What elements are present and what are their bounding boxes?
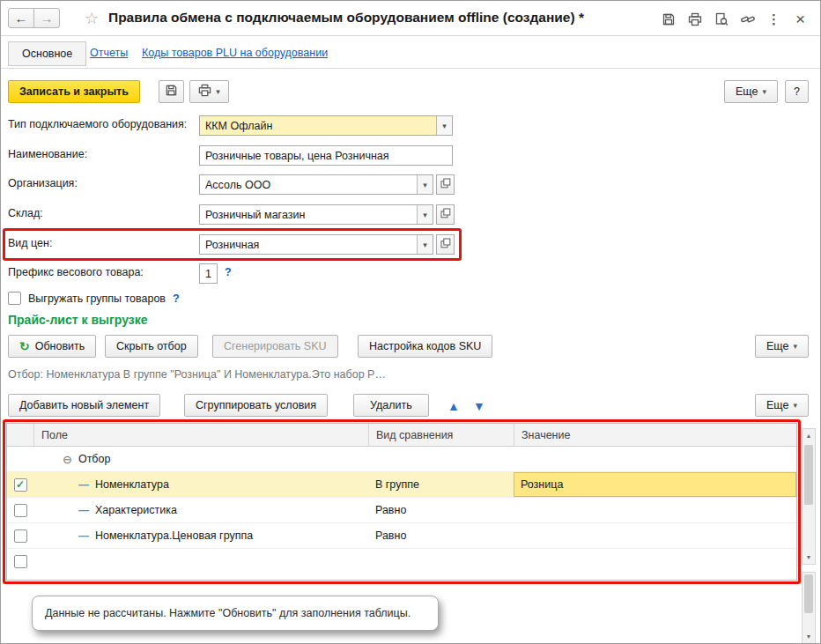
forward-icon: → (41, 11, 54, 26)
add-item-button[interactable]: Добавить новый элемент (8, 394, 160, 417)
window-scrollbar-thumb[interactable] (804, 574, 813, 613)
organization-label: Организация: (8, 177, 78, 189)
move-up-button[interactable]: ▲ (444, 395, 463, 418)
group-conditions-button[interactable]: Сгруппировать условия (184, 394, 328, 417)
chevron-down-icon: ▾ (423, 181, 427, 189)
titlebar-actions: ⋮ × (657, 9, 811, 29)
table-row-partial[interactable] (7, 549, 796, 580)
print-menu-button[interactable]: ▾ (189, 80, 229, 103)
price-type-open-button[interactable] (436, 234, 455, 255)
open-icon (440, 208, 451, 221)
header-checkbox-column (7, 424, 33, 446)
toolbar-more-button[interactable]: Еще ▾ (724, 80, 778, 103)
filter-editor-more-button[interactable]: Еще ▾ (755, 394, 809, 417)
page-title: Правила обмена с подключаемым оборудован… (108, 10, 584, 26)
column-header-value-label: Значение (521, 429, 570, 441)
table-row[interactable]: ✓ — Номенклатура В группе Розница (7, 472, 796, 498)
table-row[interactable]: — Характеристика Равно (7, 498, 796, 523)
chevron-down-icon: ▾ (762, 87, 766, 96)
filter-item-icon: — (78, 504, 89, 516)
tab-reports[interactable]: Отчеты (90, 47, 128, 59)
table-scrollbar-thumb[interactable] (804, 445, 813, 505)
open-icon (440, 238, 451, 251)
save-and-close-button[interactable]: Записать и закрыть (8, 80, 140, 103)
delete-button[interactable]: Удалить (353, 394, 429, 417)
warehouse-label: Склад: (8, 207, 43, 219)
tab-main[interactable]: Основное (8, 41, 86, 66)
equipment-type-value[interactable]: ККМ Офлайн (200, 116, 436, 135)
sku-settings-button[interactable]: Настройка кодов SKU (358, 335, 492, 358)
organization-value[interactable]: Ассоль ООО (200, 175, 417, 194)
row-checkbox[interactable] (14, 555, 27, 568)
table-row[interactable]: — Номенклатура.Ценовая группа Равно (7, 523, 796, 549)
warehouse-value[interactable]: Розничный магазин (200, 205, 417, 224)
weight-prefix-help[interactable]: ? (225, 266, 232, 278)
row-value-cell[interactable] (514, 523, 796, 548)
export-groups-label: Выгружать группы товаров (28, 292, 166, 305)
equipment-type-field: ККМ Офлайн ▾ (199, 115, 453, 136)
column-header-field[interactable]: Поле (33, 424, 368, 446)
scroll-up-icon[interactable]: ▲ (803, 429, 815, 442)
group-conditions-label: Сгруппировать условия (196, 399, 316, 411)
favorite-star-icon[interactable]: ☆ (85, 9, 99, 28)
scroll-down-icon[interactable]: ▼ (803, 551, 815, 564)
preview-icon[interactable] (710, 9, 732, 29)
chevron-down-icon: ▾ (442, 122, 447, 130)
filter-summary: Отбор: Номенклатура В группе "Розница" И… (8, 368, 386, 381)
save-and-close-label: Записать и закрыть (19, 85, 129, 98)
filter-group-row[interactable]: ⊖ Отбор (7, 447, 796, 472)
printer-icon (198, 84, 211, 100)
row-checkbox-checked[interactable]: ✓ (14, 478, 27, 492)
chevron-down-icon: ▾ (423, 211, 427, 219)
organization-field: Ассоль ООО ▾ (199, 174, 433, 195)
organization-open-button[interactable] (436, 174, 455, 195)
weight-prefix-value[interactable]: 1 (200, 264, 217, 283)
close-icon[interactable]: × (789, 9, 811, 29)
scroll-down-icon[interactable]: ▼ (803, 630, 815, 643)
price-type-value[interactable]: Розничная (200, 235, 417, 254)
arrow-up-icon: ▲ (447, 399, 460, 413)
price-list-more-label: Еще (766, 340, 788, 352)
tab-main-label: Основное (22, 48, 72, 60)
export-groups-help[interactable]: ? (173, 292, 180, 305)
write-button[interactable] (159, 80, 184, 103)
warehouse-open-button[interactable] (436, 204, 455, 225)
app-window: ← → ☆ Правила обмена с подключаемым обор… (0, 0, 821, 644)
equipment-type-dropdown[interactable]: ▾ (436, 116, 452, 135)
help-button[interactable]: ? (785, 80, 809, 103)
filter-table-header: Поле Вид сравнения Значение (7, 424, 796, 447)
status-message: Данные не рассчитаны. Нажмите "Обновить"… (45, 607, 410, 619)
row-value-cell[interactable]: Розница (514, 472, 796, 497)
price-type-dropdown[interactable]: ▾ (417, 235, 433, 254)
titlebar: ← → ☆ Правила обмена с подключаемым обор… (1, 1, 820, 36)
row-checkbox[interactable] (14, 529, 27, 543)
refresh-button[interactable]: ↻ Обновить (8, 335, 96, 358)
weight-prefix-label: Префикс весового товара: (8, 266, 144, 278)
warehouse-dropdown[interactable]: ▾ (417, 205, 433, 224)
row-value-cell[interactable] (514, 498, 796, 522)
back-button[interactable]: ← (8, 8, 34, 28)
column-header-value[interactable]: Значение (514, 424, 796, 446)
more-menu-icon[interactable]: ⋮ (763, 9, 785, 29)
collapse-icon[interactable]: ⊖ (63, 453, 72, 466)
save-icon[interactable] (657, 9, 679, 29)
warehouse-field: Розничный магазин ▾ (199, 204, 433, 225)
floppy-icon (165, 84, 178, 100)
print-icon[interactable] (684, 9, 706, 29)
name-field: Розничные товары, цена Розничная (199, 145, 453, 166)
row-checkbox[interactable] (14, 504, 27, 517)
chevron-down-icon: ▾ (793, 401, 797, 410)
forward-button[interactable]: → (33, 8, 60, 28)
open-icon (440, 178, 451, 191)
organization-dropdown[interactable]: ▾ (417, 175, 433, 194)
price-type-label: Вид цен: (8, 237, 52, 249)
filter-editor-more-label: Еще (766, 399, 788, 411)
export-groups-checkbox[interactable] (8, 292, 21, 305)
move-down-button[interactable]: ▼ (470, 395, 489, 418)
name-value[interactable]: Розничные товары, цена Розничная (200, 146, 452, 165)
column-header-comparison[interactable]: Вид сравнения (368, 424, 514, 446)
hide-filter-button[interactable]: Скрыть отбор (105, 335, 198, 358)
tab-plu-codes[interactable]: Коды товаров PLU на оборудовании (142, 47, 328, 59)
price-list-more-button[interactable]: Еще ▾ (755, 335, 809, 358)
link-icon[interactable] (736, 9, 758, 29)
